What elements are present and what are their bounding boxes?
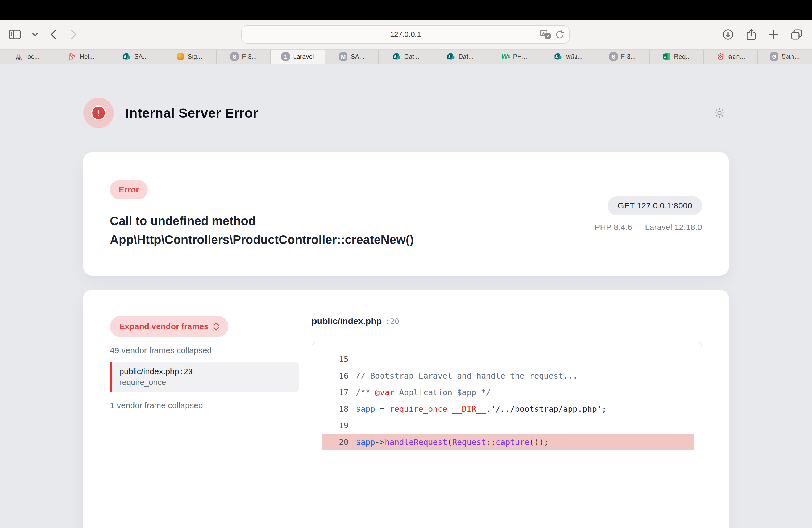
- chevron-down-icon: [32, 33, 38, 36]
- browser-toolbar: 127.0.0.1 A x: [0, 20, 812, 49]
- svg-text:S: S: [448, 54, 450, 59]
- expand-vendor-frames-button[interactable]: Expand vendor frames: [110, 316, 228, 337]
- tab-overview-button[interactable]: [791, 29, 802, 40]
- error-type-badge: Error: [110, 180, 148, 200]
- code-line: 19: [322, 417, 694, 434]
- sharepoint-favicon: S: [393, 53, 401, 61]
- tab-label: loc...: [26, 53, 40, 60]
- svg-text:S: S: [555, 54, 558, 59]
- line-source: [349, 351, 356, 368]
- reload-icon[interactable]: [556, 30, 564, 39]
- tab-13[interactable]: XReq...: [650, 50, 704, 63]
- svg-text:S: S: [124, 54, 127, 59]
- exclamation-icon: !: [91, 105, 106, 120]
- svg-text:x: x: [547, 34, 549, 38]
- collapsed-frames-note-bottom: 1 vendor frame collapsed: [110, 401, 300, 410]
- snippet-file-header: public/index.php:20: [311, 316, 702, 326]
- tab-3[interactable]: SSA...: [108, 50, 162, 63]
- forward-button[interactable]: [71, 30, 77, 40]
- code-line: 15: [322, 351, 694, 368]
- svg-text:X: X: [664, 55, 666, 59]
- tab-label: Dat...: [404, 53, 420, 60]
- browser-window: 127.0.0.1 A x: [0, 0, 812, 528]
- tab-14[interactable]: ดอก...: [704, 50, 758, 63]
- sidebar-chevron-button[interactable]: [32, 33, 38, 36]
- tab-label: SA...: [351, 53, 365, 60]
- tab-6-active[interactable]: 1Laravel: [271, 50, 325, 63]
- w3schools-favicon: W3: [501, 53, 510, 61]
- tab-5[interactable]: SF-3...: [217, 50, 271, 63]
- back-button[interactable]: [50, 30, 56, 40]
- line-source: $app = require_once __DIR__.'/../bootstr…: [349, 401, 607, 417]
- line-source: // Bootstrap Laravel and handle the requ…: [349, 368, 578, 384]
- line-source: $app->handleRequest(Request::capture());: [349, 434, 549, 450]
- tab-12[interactable]: SF-3...: [595, 50, 650, 63]
- code-line-highlighted: 20$app->handleRequest(Request::capture()…: [322, 434, 694, 450]
- expand-chevrons-icon: [214, 322, 219, 331]
- share-button[interactable]: [746, 29, 756, 40]
- tab-1[interactable]: PMAloc...: [0, 50, 54, 63]
- page-header: ! Internal Server Error: [83, 98, 729, 128]
- phpmyadmin-favicon: PMA: [15, 53, 23, 61]
- sharepoint-favicon: S: [447, 53, 455, 61]
- stack-trace-card: Expand vendor frames 49 vendor frames co…: [83, 290, 729, 528]
- tab-9[interactable]: SDat...: [433, 50, 487, 63]
- tab-11[interactable]: Sหนัง...: [541, 50, 595, 63]
- theme-toggle-button[interactable]: [714, 107, 725, 119]
- address-bar[interactable]: 127.0.0.1 A x: [242, 25, 569, 44]
- tab-2[interactable]: Hel...: [54, 50, 108, 63]
- sidebar-icon: [9, 30, 21, 40]
- code-line: 18$app = require_once __DIR__.'/../boots…: [322, 401, 694, 417]
- tab-8[interactable]: SDat...: [379, 50, 433, 63]
- tab-label: F-3...: [621, 53, 636, 60]
- line-number: 19: [322, 417, 349, 434]
- svg-text:A: A: [542, 31, 545, 35]
- tab-label: ดอก...: [728, 52, 745, 62]
- letter-S-favicon: S: [230, 53, 238, 61]
- tab-7[interactable]: MSA...: [325, 50, 379, 63]
- frame-file: public/index.php:20: [119, 367, 292, 376]
- snippet-panel: public/index.php:20 1516// Bootstrap Lar…: [311, 316, 702, 528]
- page-title: Internal Server Error: [126, 105, 258, 121]
- tab-label: Req...: [674, 53, 691, 60]
- line-number: 18: [322, 401, 349, 417]
- letter-1-favicon: 1: [281, 53, 290, 61]
- sun-icon: [714, 107, 725, 119]
- svg-text:S: S: [394, 54, 396, 59]
- code-snippet: 1516// Bootstrap Laravel and handle the …: [311, 342, 702, 528]
- tab-label: หนัง...: [566, 52, 582, 62]
- letter-S-favicon: S: [609, 53, 618, 61]
- stack-frame-item[interactable]: public/index.php:20 require_once: [110, 362, 300, 392]
- share-icon: [746, 29, 756, 40]
- sharepoint-favicon: S: [122, 53, 131, 61]
- url-text: 127.0.0.1: [390, 30, 421, 39]
- translate-icon[interactable]: A x: [540, 30, 551, 39]
- tab-4[interactable]: Sig...: [162, 50, 217, 63]
- tab-bar: PMAloc...Hel...SSA...Sig...SF-3...1Larav…: [0, 49, 812, 64]
- code-line: 17/** @var Application $app */: [322, 384, 694, 401]
- tab-10[interactable]: W3PH...: [487, 50, 541, 63]
- tab-label: Sig...: [188, 53, 202, 60]
- line-number: 20: [322, 434, 349, 450]
- forward-icon: [71, 30, 77, 40]
- tab-label: Laravel: [293, 53, 314, 60]
- request-method-chip: GET 127.0.0.1:8000: [608, 196, 702, 216]
- version-info: PHP 8.4.6 — Laravel 12.18.0: [594, 223, 702, 232]
- tab-15[interactable]: Gบึงเว...: [758, 50, 812, 63]
- sidebar-toggle-button[interactable]: [9, 30, 21, 40]
- ornament-favicon: [177, 53, 185, 60]
- line-number: 16: [322, 368, 349, 384]
- error-status-icon: !: [83, 98, 114, 128]
- new-tab-button[interactable]: [769, 30, 778, 39]
- svg-text:PMA: PMA: [16, 58, 21, 60]
- laravel-favicon: [68, 53, 76, 61]
- code-line: 16// Bootstrap Laravel and handle the re…: [322, 368, 694, 384]
- toolbar-divider: [27, 28, 27, 41]
- line-number: 15: [322, 351, 349, 368]
- tab-label: PH...: [513, 53, 527, 60]
- letter-G-favicon: G: [770, 53, 778, 61]
- tab-overview-icon: [791, 29, 802, 40]
- collapsed-frames-note-top: 49 vendor frames collapsed: [110, 346, 300, 355]
- downloads-button[interactable]: [723, 29, 734, 40]
- tab-label: F-3...: [242, 53, 257, 60]
